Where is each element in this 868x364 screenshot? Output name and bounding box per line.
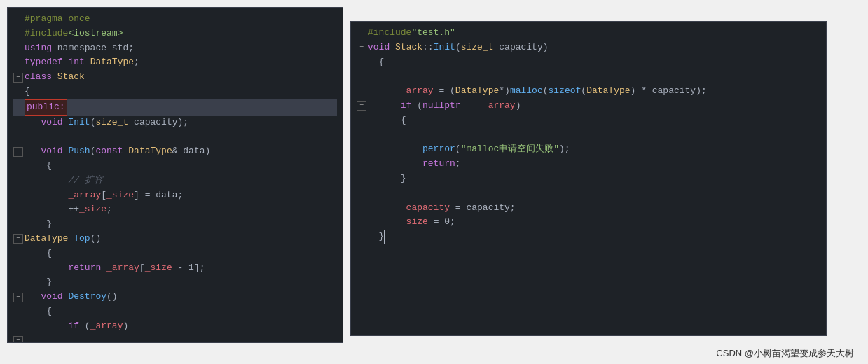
fold-icon[interactable]: − [13, 147, 23, 157]
line: typedef int DataType; [13, 55, 337, 70]
line: #include"test.h" [357, 26, 820, 41]
right-code-panel: #include"test.h"−void Stack::Init(size_t… [350, 21, 827, 336]
line: − void Destroy() [13, 290, 337, 304]
line: − if (nullptr == _array) [357, 99, 820, 113]
line: _size = 0; [357, 215, 820, 230]
line: − [13, 334, 337, 343]
line: { [357, 55, 820, 70]
line: −void Stack::Init(size_t capacity) [357, 41, 820, 55]
line: { [13, 246, 337, 261]
line: −DataType Top() [13, 232, 337, 246]
line: return _array[_size - 1]; [13, 261, 337, 276]
line: −class Stack [13, 70, 337, 85]
footer: CSDN @小树苗渴望变成参天大树 [0, 343, 868, 364]
line: void Init(size_t capacity); [13, 115, 337, 130]
main-area: #pragma once#include<iostream>using name… [0, 0, 868, 343]
footer-text: CSDN @小树苗渴望变成参天大树 [716, 347, 854, 360]
line: } [13, 275, 337, 290]
line: − void Push(const DataType& data) [13, 144, 337, 159]
line: { [13, 159, 337, 174]
line: _capacity = capacity; [357, 201, 820, 216]
fold-icon[interactable]: − [13, 234, 23, 244]
line: } [357, 172, 820, 186]
fold-icon[interactable]: − [357, 43, 366, 52]
right-code-content: #include"test.h"−void Stack::Init(size_t… [351, 22, 826, 248]
line: _array = (DataType*)malloc(sizeof(DataTy… [357, 84, 820, 99]
line [357, 69, 820, 84]
line [357, 186, 820, 201]
line: if (_array) [13, 319, 337, 334]
fold-icon[interactable]: − [13, 293, 23, 302]
line: ++_size; [13, 202, 337, 217]
line: // 扩容 [13, 174, 337, 188]
line: using namespace std; [13, 41, 337, 56]
line: perror("malloc申请空间失败"); [357, 142, 820, 157]
public-label: public: [25, 99, 67, 115]
left-code-panel: #pragma once#include<iostream>using name… [7, 7, 343, 343]
fold-icon[interactable]: − [13, 73, 23, 83]
line: #pragma once [13, 12, 337, 27]
fold-icon[interactable]: − [357, 101, 366, 111]
line: } [357, 230, 820, 244]
line: return; [357, 157, 820, 172]
line [357, 128, 820, 143]
line: { [357, 113, 820, 128]
line: { [13, 85, 337, 99]
left-code-content: #pragma once#include<iostream>using name… [8, 8, 343, 343]
line [13, 130, 337, 144]
line: public: [13, 99, 337, 115]
line: #include<iostream> [13, 27, 337, 41]
line: { [13, 304, 337, 319]
fold-icon[interactable]: − [13, 336, 23, 343]
line: } [13, 217, 337, 232]
line: _array[_size] = data; [13, 188, 337, 203]
